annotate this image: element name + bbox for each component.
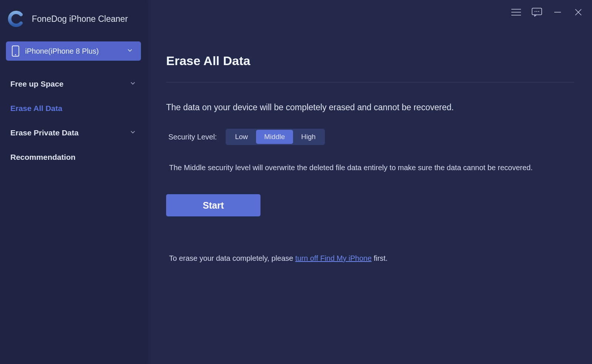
- warning-text: The data on your device will be complete…: [166, 102, 574, 112]
- app-title: FoneDog iPhone Cleaner: [32, 14, 128, 24]
- sidebar-item-free-up-space[interactable]: Free up Space: [4, 72, 143, 96]
- close-icon: [574, 8, 583, 18]
- chevron-down-icon: [129, 80, 137, 89]
- svg-point-8: [538, 11, 539, 12]
- main-panel: Erase All Data The data on your device w…: [147, 0, 592, 364]
- security-level-row: Security Level: Low Middle High: [168, 129, 574, 145]
- feedback-button[interactable]: [531, 7, 542, 18]
- sidebar-item-recommendation[interactable]: Recommendation: [4, 145, 143, 169]
- tip-suffix: first.: [371, 254, 387, 262]
- sidebar: FoneDog iPhone Cleaner iPhone(iPhone 8 P…: [0, 0, 147, 364]
- close-button[interactable]: [573, 7, 584, 18]
- sidebar-item-label: Recommendation: [10, 153, 75, 162]
- security-level-description: The Middle security level will overwrite…: [169, 164, 574, 172]
- svg-point-6: [535, 11, 535, 12]
- sidebar-item-erase-all-data[interactable]: Erase All Data: [4, 96, 143, 121]
- chevron-down-icon: [126, 47, 134, 56]
- security-level-label: Security Level:: [168, 133, 217, 141]
- svg-point-1: [15, 54, 16, 55]
- page-title: Erase All Data: [166, 54, 574, 68]
- security-level-middle-button[interactable]: Middle: [256, 130, 293, 144]
- menu-button[interactable]: [511, 7, 522, 18]
- start-button[interactable]: Start: [166, 194, 260, 216]
- divider: [166, 82, 574, 82]
- app-logo-icon: [7, 10, 24, 27]
- sidebar-item-label: Erase All Data: [10, 104, 62, 113]
- sidebar-item-erase-private-data[interactable]: Erase Private Data: [4, 121, 143, 145]
- chevron-down-icon: [129, 128, 137, 138]
- find-my-iphone-tip: To erase your data completely, please tu…: [169, 254, 574, 263]
- phone-icon: [12, 46, 19, 57]
- sidebar-item-label: Free up Space: [10, 80, 64, 88]
- turn-off-find-my-iphone-link[interactable]: turn off Find My iPhone: [295, 254, 371, 262]
- logo-row: FoneDog iPhone Cleaner: [4, 10, 143, 27]
- titlebar: [511, 7, 584, 18]
- minimize-icon: [553, 8, 562, 18]
- tip-prefix: To erase your data completely, please: [169, 254, 295, 262]
- content: Erase All Data The data on your device w…: [166, 0, 574, 263]
- chat-icon: [532, 8, 542, 18]
- svg-point-7: [536, 11, 537, 12]
- device-label: iPhone(iPhone 8 Plus): [25, 47, 99, 55]
- sidebar-item-label: Erase Private Data: [10, 128, 78, 137]
- device-selector[interactable]: iPhone(iPhone 8 Plus): [6, 41, 141, 61]
- security-level-segmented: Low Middle High: [226, 129, 325, 145]
- security-level-high-button[interactable]: High: [293, 130, 324, 144]
- security-level-low-button[interactable]: Low: [227, 130, 256, 144]
- hamburger-icon: [511, 9, 521, 17]
- minimize-button[interactable]: [552, 7, 563, 18]
